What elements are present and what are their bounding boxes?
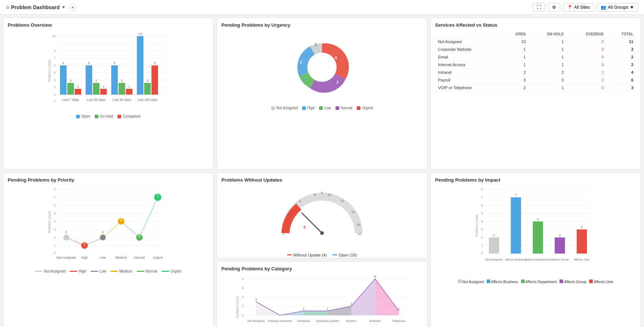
service-total: 2 xyxy=(607,53,636,61)
svg-text:6: 6 xyxy=(242,286,244,290)
svg-text:Problem Count: Problem Count xyxy=(48,60,51,82)
svg-text:Normal: Normal xyxy=(134,256,145,259)
service-open: 1 xyxy=(502,46,529,53)
pending-urgency-title: Pending Problems by Urgency xyxy=(221,22,423,28)
all-groups-button[interactable]: 👥 All Groups ▼ xyxy=(597,3,638,12)
priority-legend: Not Assigned High Low Medium xyxy=(8,269,209,273)
svg-text:0: 0 xyxy=(54,251,56,255)
problems-overview-legend: Open On Hold Completed xyxy=(8,114,209,118)
impact-legend: Not Assigned Affects Business Affects De… xyxy=(435,280,636,284)
svg-text:1: 1 xyxy=(102,85,104,88)
svg-text:4: 4 xyxy=(54,78,56,82)
svg-text:2: 2 xyxy=(242,304,244,308)
legend-urgent-text: Urgent xyxy=(171,269,181,273)
table-row: Internet Access 1 1 0 2 xyxy=(435,61,636,69)
svg-text:Hardware: Hardware xyxy=(297,319,310,323)
svg-text:Affects Department: Affects Department xyxy=(525,258,551,261)
gauge-legend-open: Open (18) xyxy=(333,253,357,257)
services-table-header: OPEN ON HOLD OVERDUE TOTAL xyxy=(435,31,636,38)
legend-completed-dot xyxy=(117,115,121,118)
svg-text:Last 30 days: Last 30 days xyxy=(87,98,106,102)
bar-impact-dept xyxy=(533,221,543,254)
all-sites-button[interactable]: 📍 All Sites xyxy=(563,3,594,12)
svg-text:7: 7 xyxy=(54,56,56,60)
svg-text:1: 1 xyxy=(398,307,400,311)
service-name: Corporate Website xyxy=(435,46,502,53)
priority-chart-svg: Problem Count 8 7 6 5 4 3 xyxy=(8,186,209,266)
svg-text:1: 1 xyxy=(326,307,328,311)
svg-text:7: 7 xyxy=(157,194,158,198)
service-open: 1 xyxy=(502,53,529,61)
gauge-red xyxy=(285,206,299,233)
pending-priority-card: Pending Problems by Priority Problem Cou… xyxy=(3,172,214,327)
svg-text:3: 3 xyxy=(54,85,56,89)
header: ⊙ Problem Dashboard ▼ + ⛶ ⚙ 📍 All Sites … xyxy=(0,0,644,15)
bar-impact-not-assigned xyxy=(489,237,499,254)
service-total: 11 xyxy=(607,38,636,46)
problems-overview-card: Problems Overview Problem Count xyxy=(3,18,214,170)
service-onhold: 1 xyxy=(529,84,567,92)
legend-urgent-label: Urgent xyxy=(362,106,373,110)
svg-text:5: 5 xyxy=(481,212,483,215)
legend-medium-text: Medium xyxy=(119,269,132,273)
bar-g1-onhold xyxy=(67,83,74,95)
pending-category-title: Pending Problems by Category xyxy=(221,266,423,271)
svg-text:Operating System: Operating System xyxy=(316,319,339,323)
fullscreen-button[interactable]: ⛶ xyxy=(533,3,545,12)
svg-text:3: 3 xyxy=(581,225,583,229)
gauge-legend-without-update: Without Update (4) xyxy=(287,253,327,257)
legend-priority-low: Low xyxy=(91,269,106,273)
svg-text:7: 7 xyxy=(515,193,517,197)
add-dashboard-button[interactable]: + xyxy=(69,4,76,11)
service-total: 2 xyxy=(607,61,636,69)
legend-completed: Completed xyxy=(117,114,140,118)
legend-urgency-high: High xyxy=(302,106,315,110)
problems-overview-chart: Problem Count 10 8 7 6 5 xyxy=(8,31,209,118)
svg-text:1: 1 xyxy=(77,85,79,88)
service-overdue: 0 xyxy=(567,61,607,69)
service-name: Not Assigned xyxy=(435,38,502,46)
legend-line-urgent xyxy=(162,271,169,272)
bar-g2-open xyxy=(86,65,92,95)
svg-text:8: 8 xyxy=(54,49,56,53)
bar-g3-completed xyxy=(126,89,132,95)
category-chart-svg: Problem Count 8 6 4 2 0 xyxy=(221,274,423,327)
legend-high-label: High xyxy=(307,106,315,110)
header-actions: ⛶ ⚙ 📍 All Sites 👥 All Groups ▼ xyxy=(533,3,638,12)
svg-text:2: 2 xyxy=(54,93,56,96)
svg-text:1: 1 xyxy=(54,244,56,247)
legend-line-high xyxy=(70,271,77,272)
service-open: 10 xyxy=(502,38,529,46)
legend-on-hold: On Hold xyxy=(95,114,113,118)
bar-impact-group xyxy=(555,237,565,254)
service-name: Intranet xyxy=(435,69,502,76)
legend-not-assigned-label: Not Assigned xyxy=(276,106,298,110)
gauge-svg: 0 2 4 6 8 10 12 14 16 18 4 xyxy=(278,189,366,248)
svg-text:4: 4 xyxy=(303,225,306,229)
svg-text:16: 16 xyxy=(357,223,360,227)
svg-text:7: 7 xyxy=(481,195,483,199)
svg-text:Last 180 days: Last 180 days xyxy=(137,98,158,102)
all-groups-label: All Groups xyxy=(608,5,628,10)
without-updates-title: Problems Without Updates xyxy=(221,177,423,183)
gauge-needle xyxy=(302,213,322,233)
table-row: Email 1 1 0 2 xyxy=(435,53,636,61)
legend-open-label: Open xyxy=(81,114,90,118)
bar-g1-open xyxy=(60,65,67,95)
title-dropdown-icon[interactable]: ▼ xyxy=(62,5,65,9)
legend-urgent-dot xyxy=(357,106,360,110)
service-name: Payroll xyxy=(435,76,502,84)
legend-onhold-label: On Hold xyxy=(100,114,113,118)
svg-text:3: 3 xyxy=(300,60,302,64)
middle-column: Problems Without Updates xyxy=(217,172,427,327)
legend-urgency-urgent: Urgent xyxy=(357,106,373,110)
legend-line-normal xyxy=(137,271,144,272)
svg-text:2: 2 xyxy=(70,79,71,83)
col-on-hold: ON HOLD xyxy=(529,31,567,38)
settings-button[interactable]: ⚙ xyxy=(548,3,560,12)
svg-text:8: 8 xyxy=(242,277,244,281)
col-service xyxy=(435,31,502,38)
impact-chart-svg: Problem Count 8 7 6 5 4 3 2 1 0 xyxy=(435,186,636,277)
legend-normal-label: Normal xyxy=(341,106,352,110)
svg-text:3: 3 xyxy=(255,298,257,301)
